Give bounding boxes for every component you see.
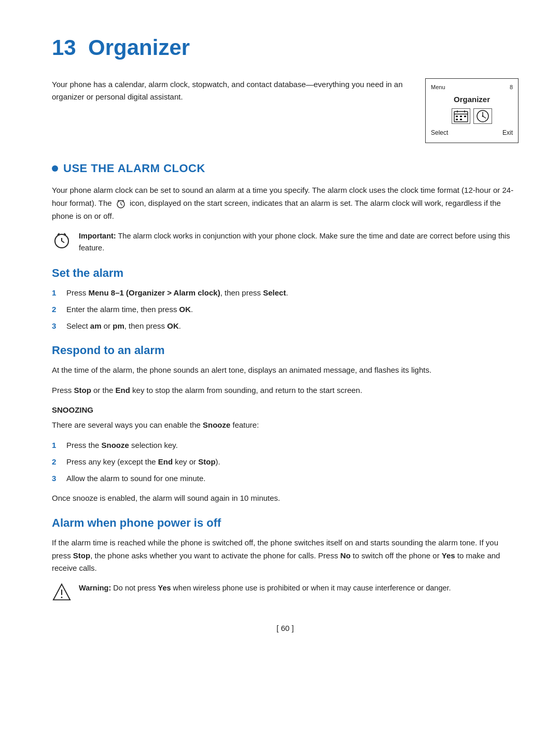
snooze-num-2: 2 bbox=[52, 456, 60, 468]
clock-note-icon bbox=[52, 230, 72, 250]
step-text-3: Select am or pm, then press OK. bbox=[66, 320, 181, 332]
alarm-section-body: Your phone alarm clock can be set to sou… bbox=[52, 184, 519, 223]
alarm-clock-section-heading: USE THE ALARM CLOCK bbox=[52, 160, 519, 177]
snoozing-heading: SNOOZING bbox=[52, 404, 519, 416]
warning-text: Warning: Do not press Yes when wireless … bbox=[79, 582, 451, 594]
snooze-num-3: 3 bbox=[52, 472, 60, 485]
warning-note: Warning: Do not press Yes when wireless … bbox=[52, 582, 519, 602]
set-alarm-step-3: 3 Select am or pm, then press OK. bbox=[52, 320, 519, 332]
svg-rect-4 bbox=[456, 116, 458, 117]
widget-icons bbox=[431, 108, 513, 124]
warning-icon bbox=[52, 582, 72, 602]
warning-body: Do not press Yes when wireless phone use… bbox=[113, 584, 451, 592]
svg-line-20 bbox=[62, 241, 64, 243]
snooze-footer: Once snooze is enabled, the alarm will s… bbox=[52, 492, 519, 505]
step-text-2: Enter the alarm time, then press OK. bbox=[66, 303, 193, 316]
snooze-num-1: 1 bbox=[52, 439, 60, 452]
important-body: The alarm clock works in conjunction wit… bbox=[79, 232, 510, 252]
svg-rect-6 bbox=[464, 116, 466, 117]
step-text-1: Press Menu 8–1 (Organizer > Alarm clock)… bbox=[66, 287, 288, 299]
step-num-1: 1 bbox=[52, 287, 60, 299]
alarm-clock-icon bbox=[116, 197, 125, 210]
alarm-power-body: If the alarm time is reached while the p… bbox=[52, 537, 519, 575]
svg-point-25 bbox=[61, 597, 63, 598]
snooze-step-1: 1 Press the Snooze selection key. bbox=[52, 439, 519, 452]
intro-section: Your phone has a calendar, alarm clock, … bbox=[52, 78, 519, 143]
set-alarm-heading: Set the alarm bbox=[52, 264, 519, 281]
organizer-icon bbox=[473, 108, 492, 124]
important-note: Important: The alarm clock works in conj… bbox=[52, 230, 519, 254]
important-note-text: Important: The alarm clock works in conj… bbox=[79, 230, 519, 254]
warning-label: Warning: bbox=[79, 584, 111, 592]
snooze-text-2: Press any key (except the End key or Sto… bbox=[66, 456, 220, 468]
respond-alarm-body1: At the time of the alarm, the phone soun… bbox=[52, 364, 519, 377]
widget-title: Organizer bbox=[431, 94, 513, 106]
step-num-2: 2 bbox=[52, 303, 60, 316]
respond-alarm-heading: Respond to an alarm bbox=[52, 342, 519, 359]
step-num-3: 3 bbox=[52, 320, 60, 332]
menu-label: Menu bbox=[431, 83, 445, 92]
svg-point-12 bbox=[482, 116, 484, 117]
calendar-icon bbox=[452, 108, 470, 124]
svg-line-15 bbox=[121, 204, 122, 205]
snooze-step-3: 3 Allow the alarm to sound for one minut… bbox=[52, 472, 519, 485]
svg-rect-7 bbox=[456, 119, 458, 120]
set-alarm-step-1: 1 Press Menu 8–1 (Organizer > Alarm cloc… bbox=[52, 287, 519, 299]
bullet-icon bbox=[52, 165, 58, 172]
exit-label: Exit bbox=[502, 128, 513, 137]
important-label: Important: bbox=[79, 232, 116, 240]
svg-rect-8 bbox=[460, 119, 462, 120]
alarm-power-heading: Alarm when phone power is off bbox=[52, 514, 519, 531]
intro-text: Your phone has a calendar, alarm clock, … bbox=[52, 78, 404, 103]
phone-widget: Menu 8 Organizer bbox=[425, 78, 519, 143]
respond-alarm-body2: Press Stop or the End key to stop the al… bbox=[52, 384, 519, 397]
snooze-intro: There are several ways you can enable th… bbox=[52, 419, 519, 432]
svg-rect-5 bbox=[460, 116, 462, 117]
page-number: [ 60 ] bbox=[276, 624, 293, 632]
snooze-steps: 1 Press the Snooze selection key. 2 Pres… bbox=[52, 439, 519, 485]
set-alarm-step-2: 2 Enter the alarm time, then press OK. bbox=[52, 303, 519, 316]
alarm-clock-title: USE THE ALARM CLOCK bbox=[63, 160, 205, 177]
snooze-step-2: 2 Press any key (except the End key or S… bbox=[52, 456, 519, 468]
set-alarm-steps: 1 Press Menu 8–1 (Organizer > Alarm cloc… bbox=[52, 287, 519, 332]
menu-number: 8 bbox=[510, 83, 513, 92]
snooze-text-3: Allow the alarm to sound for one minute. bbox=[66, 472, 205, 485]
page-footer: [ 60 ] bbox=[52, 623, 519, 635]
select-label: Select bbox=[431, 128, 448, 137]
chapter-title: 13 Organizer bbox=[52, 31, 519, 64]
snooze-text-1: Press the Snooze selection key. bbox=[66, 439, 178, 452]
